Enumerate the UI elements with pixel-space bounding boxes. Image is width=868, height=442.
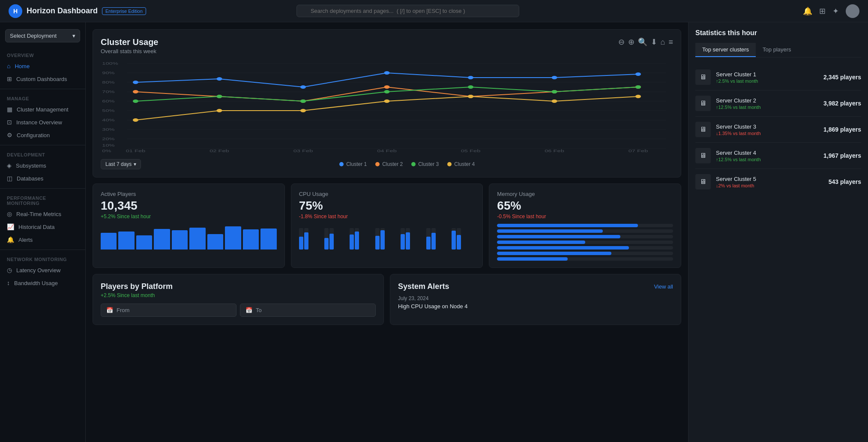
- mem-bar-item: [497, 235, 673, 238]
- active-players-change-label: Since last hour: [117, 213, 151, 219]
- sidebar-item-custom-dashboards[interactable]: ⊞ Custom Dashboards: [0, 72, 85, 85]
- chart-zoom-out-icon[interactable]: ⊖: [618, 37, 625, 47]
- sidebar-item-configuration[interactable]: ⚙ Configuration: [0, 129, 85, 141]
- cpu-change-label: Since last hour: [314, 213, 347, 219]
- chart-home-icon[interactable]: ⌂: [661, 38, 665, 47]
- sidebar-label-custom-dashboards: Custom Dashboards: [16, 76, 67, 82]
- svg-text:70%: 70%: [102, 90, 115, 94]
- cluster-name: Server Cluster 5: [716, 176, 823, 182]
- chart-zoom-in-icon[interactable]: ⊕: [628, 37, 635, 47]
- calendar-from-icon: 📅: [106, 307, 113, 313]
- svg-point-55: [635, 95, 641, 98]
- avatar[interactable]: [846, 4, 859, 18]
- memory-usage-value: 65%: [497, 199, 673, 213]
- enterprise-badge: Enterprise Edition: [102, 7, 146, 15]
- svg-point-54: [552, 99, 557, 103]
- sidebar-label-cluster-management: Cluster Management: [17, 106, 69, 113]
- mem-bar-item: [497, 229, 673, 233]
- time-range-label: Last 7 days: [105, 161, 132, 167]
- settings-icon[interactable]: ✦: [832, 6, 839, 16]
- statistics-header: Statistics this hour: [695, 29, 861, 37]
- cluster-list-item: 🖥 Server Cluster 4 ↑12.5% vs last month …: [695, 143, 861, 169]
- grid-icon[interactable]: ⊞: [819, 6, 826, 16]
- chart-menu-icon[interactable]: ≡: [668, 38, 673, 47]
- sidebar-item-real-time-metrics[interactable]: ◎ Real-Time Metrics: [0, 207, 85, 220]
- search-input[interactable]: [296, 5, 519, 17]
- svg-point-38: [384, 85, 389, 89]
- section-label-performance: PERFORMANCE MONITORING: [0, 192, 85, 207]
- right-panel: Statistics this hour Top server clusters…: [688, 22, 868, 442]
- cluster-players: 543 players: [829, 178, 861, 185]
- sidebar-item-databases[interactable]: ◫ Databases: [0, 172, 85, 185]
- legend-cluster3: Cluster 3: [411, 161, 439, 167]
- cluster-players: 1,967 players: [823, 152, 861, 159]
- svg-point-43: [216, 95, 222, 98]
- tab-top-players[interactable]: Top players: [756, 43, 798, 57]
- time-range-chevron: ▾: [134, 161, 136, 167]
- deployment-dropdown[interactable]: Select Deployment ▾: [5, 29, 80, 42]
- cluster-list-item: 🖥 Server Cluster 1 ↑2.5% vs last month 2…: [695, 64, 861, 90]
- sidebar-divider-2: [0, 145, 85, 145]
- players-by-platform-card: Players by Platform +2.5% Since last mon…: [93, 274, 384, 325]
- chart-search-icon[interactable]: 🔍: [638, 37, 647, 47]
- svg-text:04 Feb: 04 Feb: [377, 149, 397, 153]
- deployment-selector-area: Select Deployment ▾: [0, 29, 85, 49]
- sidebar-label-alerts: Alerts: [18, 237, 33, 243]
- bar-item: [101, 233, 117, 250]
- cpu-bar-item: [299, 228, 322, 250]
- tab-top-server-clusters[interactable]: Top server clusters: [695, 43, 756, 57]
- svg-text:80%: 80%: [102, 80, 115, 84]
- cluster-usage-card: Cluster Usage Overall stats this week ⊖ …: [93, 29, 681, 177]
- players-change-label: Since last month: [117, 292, 155, 298]
- bar-item: [243, 229, 259, 250]
- cluster-list-item: 🖥 Server Cluster 5 ↓2% vs last month 543…: [695, 169, 861, 195]
- line-chart: 100% 90% 80% 70% 60% 50% 40% 30% 20% 10%…: [101, 59, 673, 153]
- cluster-info: Server Cluster 3 ↓1.35% vs last month: [716, 123, 818, 136]
- sidebar-item-subsystems[interactable]: ◈ Subsystems: [0, 159, 85, 172]
- topbar-actions: 🔔 ⊞ ✦: [803, 4, 859, 18]
- memory-change-value: -0.5%: [497, 213, 510, 219]
- svg-point-48: [635, 85, 641, 89]
- svg-point-50: [216, 109, 222, 112]
- cpu-bar-item: [350, 228, 373, 250]
- alert-date: July 23, 2024: [398, 295, 673, 301]
- cluster-info: Server Cluster 4 ↑12.5% vs last month: [716, 150, 818, 162]
- active-players-bar-chart: [101, 224, 277, 250]
- topbar: H Horizon Dashboard Enterprise Edition 🔔…: [0, 0, 868, 22]
- time-range-selector[interactable]: Last 7 days ▾: [101, 159, 141, 169]
- from-date-input[interactable]: 📅 From: [101, 304, 236, 317]
- chart-download-icon[interactable]: ⬇: [651, 37, 657, 47]
- svg-text:40%: 40%: [102, 118, 115, 122]
- latency-icon: ◷: [7, 267, 12, 274]
- cpu-bar-item: [401, 228, 424, 250]
- sidebar-item-historical-data[interactable]: 📈 Historical Data: [0, 220, 85, 233]
- cpu-bar-item: [452, 228, 475, 250]
- sidebar-item-instance-overview[interactable]: ⊡ Instance Overview: [0, 116, 85, 129]
- svg-point-30: [300, 85, 306, 89]
- mem-bar-item: [497, 252, 673, 255]
- system-alerts-card: System Alerts View all July 23, 2024 Hig…: [390, 274, 681, 325]
- legend-label-cluster1: Cluster 1: [346, 161, 367, 167]
- sidebar-item-home[interactable]: ⌂ Home: [0, 60, 85, 72]
- to-date-input[interactable]: 📅 To: [240, 304, 376, 317]
- svg-point-32: [468, 76, 473, 79]
- sidebar-item-cluster-management[interactable]: ▦ Cluster Management: [0, 103, 85, 116]
- svg-text:0%: 0%: [102, 149, 111, 153]
- sidebar-item-latency-overview[interactable]: ◷ Latency Overview: [0, 264, 85, 277]
- historical-icon: 📈: [7, 223, 14, 230]
- sidebar-label-databases: Databases: [17, 175, 43, 182]
- svg-point-42: [133, 99, 138, 103]
- cluster-name: Server Cluster 2: [716, 97, 818, 104]
- active-players-chart: [101, 224, 277, 250]
- notifications-icon[interactable]: 🔔: [803, 6, 812, 16]
- svg-point-33: [552, 76, 557, 79]
- legend-cluster2: Cluster 2: [375, 161, 403, 167]
- bar-item: [136, 235, 152, 250]
- logo-icon: H: [9, 4, 22, 18]
- cluster-mgmt-icon: ▦: [7, 106, 12, 113]
- realtime-icon: ◎: [7, 210, 12, 217]
- view-all-link[interactable]: View all: [654, 283, 673, 290]
- sidebar-item-alerts[interactable]: 🔔 Alerts: [0, 233, 85, 246]
- cluster-usage-subtitle: Overall stats this week: [101, 48, 159, 54]
- sidebar-item-bandwidth-usage[interactable]: ↕ Bandwidth Usage: [0, 277, 85, 289]
